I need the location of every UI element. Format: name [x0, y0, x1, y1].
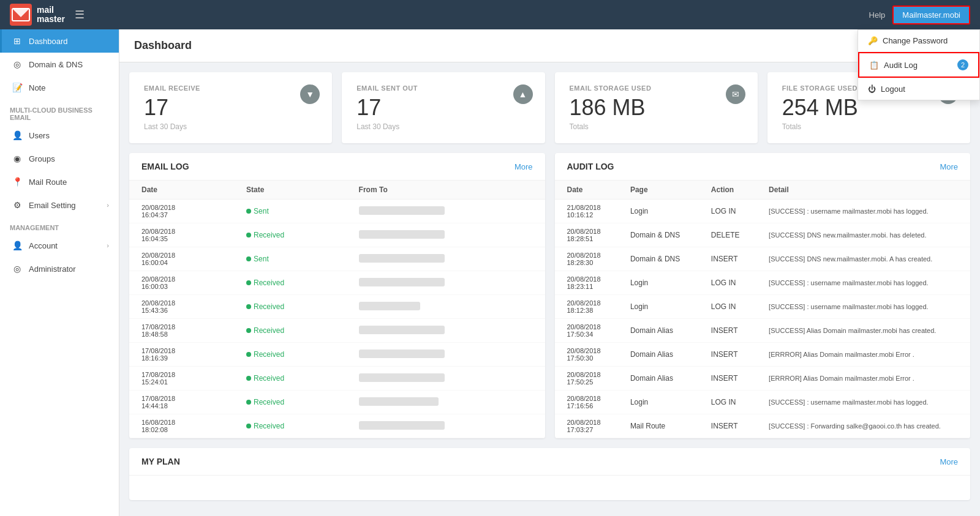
groups-icon: ◉	[12, 154, 23, 163]
topnav-left: mail master ☰	[10, 4, 85, 26]
sidebar-item-administrator[interactable]: ◎ Administrator	[0, 257, 119, 280]
cell-page: Domain Alias	[618, 343, 699, 367]
cell-date: 21/08/2018 10:16:12	[555, 200, 618, 223]
power-icon: ⏻	[868, 84, 876, 94]
email-log-more-link[interactable]: More	[514, 162, 533, 171]
status-dot	[246, 233, 251, 237]
cell-date: 20/08/2018 16:00:04	[129, 247, 234, 271]
stat-card-email-sent: EMAIL SENT OUT 17 Last 30 Days ▲	[342, 72, 545, 143]
sidebar-item-note[interactable]: 📝 Note	[0, 76, 119, 99]
table-row: 20/08/2018 16:00:03 Received	[129, 271, 545, 295]
email-log-card: EMAIL LOG More Date State From To 20/08/…	[129, 153, 545, 438]
cell-action: INSERT	[699, 343, 756, 367]
cell-page: Domain Alias	[618, 367, 699, 391]
change-password-item[interactable]: 🔑 Change Password	[858, 30, 979, 51]
logout-item[interactable]: ⏻ Logout	[858, 78, 979, 100]
cell-action: INSERT	[699, 414, 756, 438]
cell-page: Login	[618, 271, 699, 295]
cell-page: Login	[618, 391, 699, 414]
cell-fromto	[347, 271, 545, 295]
table-row: 17/08/2018 14:44:18 Received	[129, 391, 545, 414]
user-menu-button[interactable]: Mailmaster.mobi	[892, 6, 970, 24]
sidebar-item-email-setting[interactable]: ⚙ Email Setting ›	[0, 193, 119, 217]
logo-text: mail master	[37, 6, 65, 24]
cell-detail: [SUCCESS] Alias Domain mailmaster.mobi h…	[756, 319, 970, 343]
audit-log-more-link[interactable]: More	[940, 162, 958, 171]
admin-icon: ◎	[12, 264, 23, 274]
table-row: 20/08/2018 18:28:51 Domain & DNS DELETE …	[555, 223, 971, 247]
cell-date: 20/08/2018 18:23:11	[555, 271, 618, 295]
cell-detail: [ERRROR] Alias Domain mailmaster.mobi Er…	[756, 367, 970, 391]
stat-title-email-sent: EMAIL SENT OUT	[356, 84, 530, 92]
table-row: 20/08/2018 17:16:56 Login LOG IN [SUCCES…	[555, 391, 971, 414]
cell-state: Sent	[234, 247, 347, 271]
table-row: 20/08/2018 15:43:36 Received	[129, 295, 545, 319]
my-plan-more-link[interactable]: More	[940, 457, 958, 466]
table-row: 20/08/2018 16:04:35 Received	[129, 223, 545, 247]
cell-fromto	[347, 319, 545, 343]
email-log-header-row: Date State From To	[129, 181, 545, 200]
sidebar-item-dashboard[interactable]: ⊞ Dashboard	[0, 29, 119, 53]
table-row: 17/08/2018 18:16:39 Received	[129, 343, 545, 367]
sidebar-section-multicloud: Multi-Cloud Business Email	[0, 99, 119, 124]
cell-fromto	[347, 414, 545, 438]
cell-detail: [SUCCESS] : username mailmaster.mobi has…	[756, 271, 970, 295]
cell-page: Domain & DNS	[618, 223, 699, 247]
audit-log-item[interactable]: 📋 Audit Log 2	[858, 52, 979, 78]
cell-detail: [SUCCESS] : username mailmaster.mobi has…	[756, 295, 970, 319]
from-to-value	[359, 230, 445, 239]
stat-card-email-receive: EMAIL RECEIVE 17 Last 30 Days ▼	[129, 72, 332, 143]
table-row: 20/08/2018 18:12:38 Login LOG IN [SUCCES…	[555, 295, 971, 319]
col-date: Date	[129, 181, 234, 200]
table-row: 20/08/2018 16:00:04 Sent	[129, 247, 545, 271]
stat-title-email-storage: EMAIL STORAGE USED	[570, 84, 743, 92]
sidebar-item-groups[interactable]: ◉ Groups	[0, 147, 119, 170]
cell-state: Received	[234, 391, 347, 414]
cell-date: 20/08/2018 18:28:51	[555, 223, 618, 247]
users-icon: 👤	[12, 130, 23, 140]
cell-state: Received	[234, 295, 347, 319]
cell-fromto	[347, 391, 545, 414]
my-plan-card: MY PLAN More	[129, 448, 970, 500]
page-title: Dashboard	[134, 39, 192, 51]
status-dot	[246, 400, 251, 405]
note-icon: 📝	[12, 83, 23, 92]
cell-action: INSERT	[699, 367, 756, 391]
my-plan-title: MY PLAN	[141, 457, 180, 466]
cell-date: 20/08/2018 17:50:34	[555, 319, 618, 343]
status-dot	[246, 376, 251, 381]
from-to-value	[359, 397, 439, 406]
status-dot	[246, 280, 251, 285]
arrow-icon: ›	[107, 201, 109, 209]
cell-page: Login	[618, 295, 699, 319]
hamburger-icon[interactable]: ☰	[75, 8, 85, 21]
cell-date: 20/08/2018 17:50:25	[555, 367, 618, 391]
stat-subtitle-email-sent: Last 30 Days	[356, 122, 530, 131]
col-fromto: From To	[347, 181, 545, 200]
col-detail: Detail	[756, 181, 970, 200]
from-to-value	[359, 326, 445, 334]
list-icon: 📋	[869, 61, 879, 70]
cell-action: LOG IN	[699, 200, 756, 223]
audit-log-body: 21/08/2018 10:16:12 Login LOG IN [SUCCES…	[555, 200, 971, 438]
cell-action: DELETE	[699, 223, 756, 247]
domain-icon: ◎	[12, 59, 23, 69]
sidebar: ⊞ Dashboard ◎ Domain & DNS 📝 Note Multi-…	[0, 29, 119, 516]
sidebar-item-account[interactable]: 👤 Account ›	[0, 234, 119, 257]
cell-date: 20/08/2018 17:50:30	[555, 343, 618, 367]
stat-icon-email-receive: ▼	[300, 84, 320, 104]
help-link[interactable]: Help	[869, 10, 886, 20]
sidebar-item-domain-dns[interactable]: ◎ Domain & DNS	[0, 53, 119, 76]
topnav-right: Help Mailmaster.mobi	[869, 6, 970, 24]
sidebar-item-mail-route[interactable]: 📍 Mail Route	[0, 170, 119, 193]
sidebar-item-users[interactable]: 👤 Users	[0, 124, 119, 147]
cell-date: 20/08/2018 18:12:38	[555, 295, 618, 319]
from-to-value	[359, 302, 420, 310]
status-dot	[246, 424, 251, 428]
logo: mail master	[10, 4, 65, 26]
cell-detail: [SUCCESS] : username mailmaster.mobi has…	[756, 200, 970, 223]
audit-log-header-row: Date Page Action Detail	[555, 181, 971, 200]
stat-subtitle-email-receive: Last 30 Days	[144, 122, 317, 131]
sidebar-section-management: Management	[0, 217, 119, 234]
cell-date: 17/08/2018 15:24:01	[129, 367, 234, 391]
